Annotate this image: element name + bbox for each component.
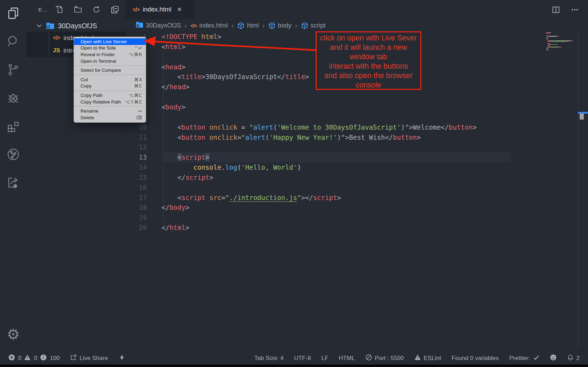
minimap-token	[550, 36, 556, 37]
breadcrumb-item-body[interactable]: body	[268, 22, 292, 29]
minimap-token	[548, 35, 548, 36]
activity-bar: ⚙	[0, 0, 27, 351]
menu-item-label: Copy Relative Path	[81, 99, 125, 105]
collapse-all-icon[interactable]	[111, 5, 119, 14]
breadcrumb-label: 30DaysOfJS	[146, 22, 181, 29]
activity-item-live-share[interactable]	[5, 174, 22, 192]
code-text: </body>	[161, 202, 189, 213]
minimap-line	[546, 41, 578, 42]
activity-item-settings[interactable]: ⚙	[5, 326, 22, 344]
minimap-token	[550, 43, 550, 44]
annotation-text-line: window tab	[317, 52, 420, 62]
menu-item-reveal-in-finder[interactable]: Reveal in Finder⌥⌘R	[74, 51, 146, 58]
status-item-feedback[interactable]	[550, 354, 557, 362]
menu-item-open-to-the-side[interactable]: Open to the Side⌃↩	[74, 45, 146, 52]
status-item-notifications[interactable]: 2	[567, 354, 580, 362]
status-item-port[interactable]: Port : 5500	[365, 354, 404, 362]
line-number: 16	[126, 183, 147, 193]
warning-icon	[414, 354, 421, 362]
tree-item-root-folder[interactable]: 30DaysOfJS	[27, 20, 126, 32]
line-number: 13	[126, 152, 147, 162]
status-label: LF	[321, 355, 328, 362]
split-editor-icon[interactable]	[552, 6, 560, 14]
status-count: 0	[34, 355, 37, 362]
minimap-line	[546, 36, 578, 37]
menu-item-open-in-terminal[interactable]: Open in Terminal	[74, 58, 146, 64]
scrollbar-thumb[interactable]	[580, 114, 584, 120]
status-label: Tab Size: 4	[254, 355, 284, 362]
status-error-group: 0	[8, 354, 21, 362]
more-actions-icon[interactable]	[571, 6, 579, 14]
tab-index-html[interactable]: </> index.html ✕	[126, 0, 194, 19]
activity-item-search[interactable]	[5, 33, 22, 51]
live-share-icon	[6, 176, 20, 191]
status-item-language-mode[interactable]: HTML	[339, 355, 355, 362]
activity-item-debug[interactable]	[5, 90, 22, 108]
editor-actions	[552, 0, 579, 19]
breadcrumb-item-html[interactable]: html	[237, 22, 259, 29]
menu-item-select-for-compare[interactable]: Select for Compare	[74, 67, 146, 74]
code-line-9: 9	[126, 112, 588, 122]
activity-item-extensions[interactable]	[5, 118, 22, 136]
minimap-line	[546, 43, 578, 44]
breadcrumb-label: body	[278, 22, 292, 29]
minimap-line	[546, 37, 578, 38]
activity-item-source-control[interactable]	[5, 61, 22, 79]
breadcrumb-item-30DaysOfJS[interactable]: 30DaysOfJS	[136, 21, 181, 30]
minimap-token	[549, 44, 551, 45]
status-item-variables[interactable]: Found 0 variables	[452, 355, 499, 362]
menu-item-shortcut: ⌘X	[134, 77, 142, 82]
menu-item-copy[interactable]: Copy⌘C	[74, 83, 146, 90]
line-number: 18	[126, 202, 147, 213]
code-icon: </>	[190, 23, 197, 29]
menu-item-label: Open to the Side	[81, 45, 134, 51]
line-number: 19	[126, 213, 147, 223]
menu-item-shortcut: ⌥⇧⌘C	[125, 99, 142, 105]
chevron-right-icon: ›	[184, 22, 187, 30]
bolt-icon	[119, 354, 125, 362]
activity-item-gitlens[interactable]	[5, 146, 22, 164]
minimap-token	[548, 33, 548, 34]
breadcrumb-item-script[interactable]: script	[301, 22, 326, 29]
minimap-line	[546, 42, 578, 43]
minimap-token	[567, 40, 570, 41]
refresh-icon[interactable]	[92, 5, 101, 14]
status-item-bolt[interactable]	[119, 354, 125, 362]
menu-item-label: Copy Path	[81, 93, 129, 98]
menu-item-cut[interactable]: Cut⌘X	[74, 76, 146, 83]
menu-item-copy-relative-path[interactable]: Copy Relative Path⌥⇧⌘C	[74, 99, 146, 105]
activity-item-explorer[interactable]	[5, 5, 22, 23]
status-label: Found 0 variables	[452, 355, 499, 362]
minimap[interactable]	[546, 32, 578, 51]
code-line-19: 19	[126, 213, 588, 223]
status-item-tab-size[interactable]: Tab Size: 4	[254, 355, 284, 362]
status-item-eol[interactable]: LF	[321, 355, 328, 362]
menu-item-open-with-live-server[interactable]: Open with Live Server	[74, 38, 146, 45]
explorer-title: E…	[38, 7, 47, 13]
status-item-live-share[interactable]: Live Share	[70, 354, 108, 362]
status-item-prettier[interactable]: Prettier:	[509, 354, 540, 362]
new-folder-icon[interactable]	[74, 5, 82, 14]
menu-item-shortcut: ⌫	[136, 115, 142, 120]
menu-separator	[74, 106, 146, 107]
info-icon	[40, 354, 47, 362]
menu-item-rename[interactable]: Rename↩	[74, 108, 146, 114]
tab-close-icon[interactable]: ✕	[177, 6, 182, 13]
status-item-encoding[interactable]: UTF-8	[294, 355, 311, 362]
line-number: 14	[126, 162, 147, 173]
vscode-window: ⚙ E… 30DaysOfJS </>index.htmlJSintroduct…	[0, 0, 588, 367]
menu-item-copy-path[interactable]: Copy Path⌥⌘C	[74, 92, 146, 99]
status-item-problems[interactable]: 00100	[8, 354, 60, 362]
minimap-line	[546, 48, 578, 48]
menu-item-delete[interactable]: Delete⌫	[74, 114, 146, 121]
chevron-down-icon[interactable]	[36, 23, 42, 29]
minimap-line	[546, 34, 578, 35]
menu-item-shortcut: ⌥⌘R	[129, 52, 142, 57]
new-file-icon[interactable]	[55, 5, 64, 14]
window-bottom-edge	[0, 365, 588, 367]
explorer-header: E…	[27, 0, 126, 19]
status-label: Prettier:	[509, 355, 530, 362]
status-item-eslint[interactable]: ESLint	[414, 354, 441, 362]
code-text: </script>	[161, 173, 213, 183]
breadcrumb-item-index-html[interactable]: </>index.html	[190, 22, 228, 29]
